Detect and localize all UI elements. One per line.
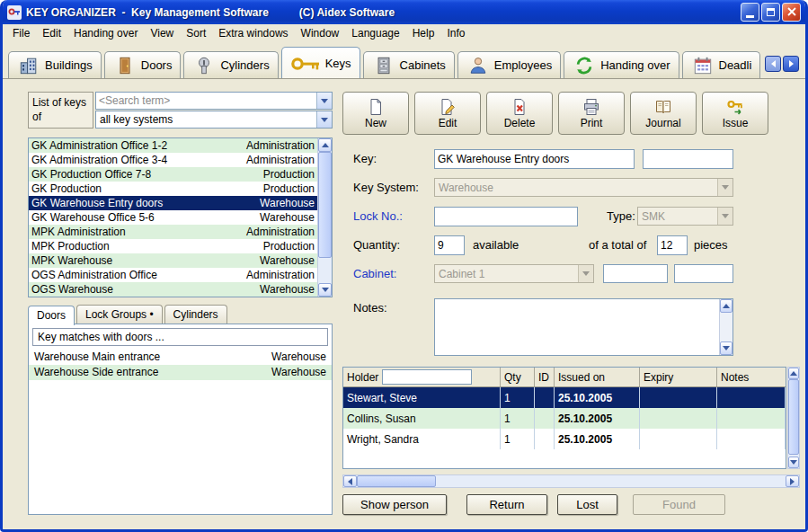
scroll-down-button[interactable] [720, 341, 733, 355]
key-list-item[interactable]: OGS WarehouseWarehouse [29, 282, 317, 297]
toolbar-button-label: Delete [504, 117, 536, 129]
menu-item-window[interactable]: Window [295, 25, 346, 41]
tab-scroll-left-button[interactable] [765, 56, 781, 72]
key-system-filter-combo[interactable]: all key systems [95, 111, 333, 129]
scroll-up-button[interactable] [318, 138, 332, 152]
scroll-up-button[interactable] [720, 299, 733, 313]
notes-textarea[interactable] [435, 299, 719, 355]
door-system: Warehouse [271, 350, 326, 365]
scrollbar-track[interactable] [436, 475, 786, 487]
tab-cylinders[interactable]: Cylinders [183, 51, 278, 78]
scroll-up-button[interactable] [788, 368, 799, 379]
tab-bar: BuildingsDoorsCylindersKeysCabinetsEmplo… [3, 42, 805, 79]
menu-item-extra-windows[interactable]: Extra windows [212, 25, 294, 41]
key-search-combo[interactable] [95, 92, 333, 110]
scroll-left-button[interactable] [343, 475, 357, 487]
key-search-input[interactable] [96, 94, 316, 107]
tab-handing-over[interactable]: Handing over [564, 51, 679, 78]
key-input[interactable] [434, 149, 635, 169]
key-system: Administration [246, 138, 315, 153]
key-extra-input[interactable] [643, 149, 733, 169]
scroll-down-button[interactable] [318, 283, 332, 297]
issued-on-cell: 25.10.2005 [555, 408, 640, 429]
tab-doors[interactable]: Doors [104, 51, 182, 78]
window-title: KEY ORGANIZER - Key Management Software [26, 6, 269, 19]
match-list-item[interactable]: Warehouse Side entranceWarehouse [29, 365, 332, 380]
tab-label: Cylinders [220, 58, 269, 72]
toolbar-button-label: New [365, 117, 386, 129]
match-tab-cylinders[interactable]: Cylinders [164, 305, 227, 324]
handover-icon [573, 56, 596, 75]
maximize-button[interactable] [761, 3, 780, 22]
match-list-item[interactable]: Warehouse Main entranceWarehouse [29, 350, 332, 365]
total-input[interactable] [657, 235, 688, 255]
scroll-right-button[interactable] [786, 475, 799, 487]
cabinet-extra-input-1[interactable] [603, 264, 668, 283]
key-label: Key: [353, 152, 377, 165]
delete-button[interactable]: Delete [486, 92, 553, 135]
key-list-scrollbar[interactable] [317, 138, 332, 297]
scrollbar-thumb[interactable] [318, 152, 332, 258]
holder-filter-input[interactable] [382, 369, 472, 385]
show-person-button[interactable]: Show person [342, 494, 447, 515]
tab-employees[interactable]: Employees [457, 51, 561, 78]
close-button[interactable] [782, 3, 801, 22]
edit-icon [438, 98, 457, 116]
edit-button[interactable]: Edit [414, 92, 481, 135]
menu-item-edit[interactable]: Edit [36, 25, 67, 41]
key-list-item[interactable]: MPK AdministrationAdministration [29, 225, 317, 239]
horizontal-scrollbar[interactable] [342, 474, 800, 488]
journal-button[interactable]: Journal [630, 92, 697, 135]
lost-button[interactable]: Lost [557, 494, 617, 515]
tab-buildings[interactable]: Buildings [8, 51, 102, 78]
menu-item-language[interactable]: Language [345, 25, 405, 41]
key-list-item[interactable]: MPK WarehouseWarehouse [29, 253, 317, 268]
key-list-item[interactable]: GK ProductionProduction [29, 182, 317, 196]
key-list-item[interactable]: MPK ProductionProduction [29, 239, 317, 253]
holder-name-cell: Wright, Sandra [343, 429, 501, 449]
chevron-right-icon [789, 60, 794, 67]
match-panel: Key matches with doors ... Warehouse Mai… [28, 324, 333, 515]
holder-row[interactable]: Wright, Sandra125.10.2005 [343, 429, 786, 449]
return-button[interactable]: Return [466, 494, 547, 515]
key-name: GK Administration Office 3-4 [31, 153, 246, 167]
tab-keys[interactable]: Keys [281, 47, 360, 78]
key-list-item[interactable]: OGS Administration OfficeAdministration [29, 268, 317, 282]
tab-cabinets[interactable]: Cabinets [363, 51, 455, 78]
menu-item-view[interactable]: View [144, 25, 180, 41]
lock-no-label[interactable]: Lock No.: [353, 209, 403, 223]
menu-item-help[interactable]: Help [406, 25, 441, 41]
issue-button[interactable]: Issue [702, 92, 768, 135]
notes-scrollbar[interactable] [719, 299, 733, 355]
scrollbar-thumb[interactable] [357, 475, 436, 487]
key-list-item[interactable]: GK Warehouse Office 5-6Warehouse [29, 210, 317, 225]
scrollbar-thumb[interactable] [788, 379, 799, 455]
minimize-button[interactable] [741, 3, 759, 22]
cabinet-extra-input-2[interactable] [674, 264, 733, 283]
key-list-item[interactable]: GK Warehouse Entry doorsWarehouse [29, 196, 317, 210]
lock-no-input[interactable] [434, 207, 578, 226]
key-list-item[interactable]: GK Administration Office 3-4Administrati… [29, 153, 317, 167]
quantity-input[interactable] [434, 235, 465, 255]
holder-row[interactable]: Collins, Susan125.10.2005 [343, 408, 786, 429]
new-button[interactable]: New [342, 92, 409, 135]
holder-table-scrollbar[interactable] [787, 367, 800, 469]
menu-item-file[interactable]: File [6, 25, 36, 41]
scroll-down-button[interactable] [788, 457, 799, 468]
key-list-item[interactable]: GK Administration Office 1-2Administrati… [29, 138, 317, 153]
menu-item-info[interactable]: Info [440, 25, 471, 41]
holder-row[interactable]: Stewart, Steve125.10.2005 [343, 387, 786, 408]
menu-item-sort[interactable]: Sort [180, 25, 212, 41]
key-name: GK Warehouse Entry doors [31, 196, 260, 210]
cabinet-label[interactable]: Cabinet: [353, 267, 396, 280]
system-filter-dropdown-button[interactable] [316, 111, 332, 128]
match-tab-lock-groups[interactable]: Lock Groups • [76, 305, 163, 324]
key-list-item[interactable]: GK Production Office 7-8Production [29, 167, 317, 182]
tab-scroll-right-button[interactable] [783, 56, 799, 72]
menu-item-handing-over[interactable]: Handing over [67, 25, 144, 41]
print-button[interactable]: Print [558, 92, 625, 135]
match-tab-doors[interactable]: Doors [28, 306, 75, 325]
search-dropdown-button[interactable] [316, 93, 332, 109]
tab-deadli[interactable]: Deadli [682, 51, 761, 78]
chevron-down-icon [321, 99, 328, 103]
